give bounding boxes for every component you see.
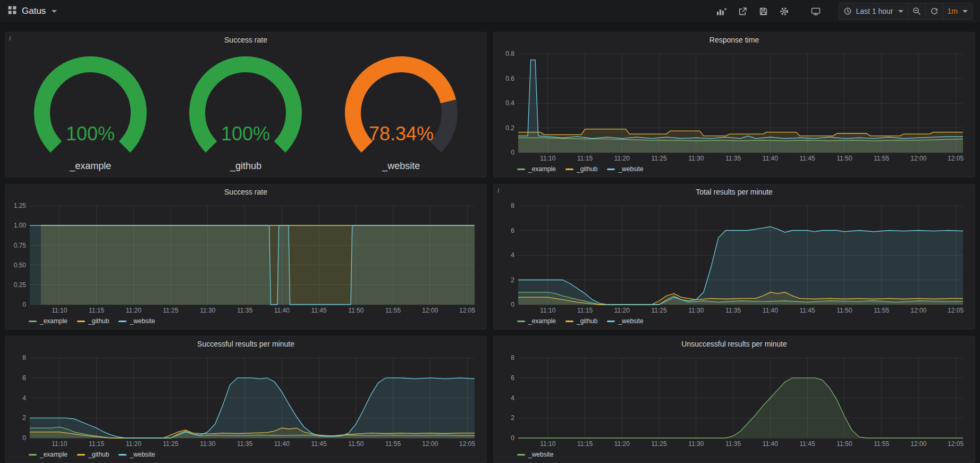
legend-item-_website[interactable]: _website xyxy=(119,451,155,458)
svg-text:0: 0 xyxy=(22,301,26,308)
legend-label: _website xyxy=(618,165,643,173)
save-icon xyxy=(759,7,768,16)
panel-response-time: Response time 00.20.40.60.811:1011:1511:… xyxy=(493,32,975,178)
svg-text:6: 6 xyxy=(511,227,514,234)
legend-swatch-icon xyxy=(565,321,573,322)
legend-item-_website[interactable]: _website xyxy=(607,317,643,325)
svg-text:11:55: 11:55 xyxy=(874,307,889,314)
legend-item-_example[interactable]: _example xyxy=(517,165,556,173)
svg-text:12:00: 12:00 xyxy=(422,307,438,314)
svg-text:0.4: 0.4 xyxy=(505,99,514,107)
legend-item-_example[interactable]: _example xyxy=(517,317,556,325)
refresh-interval-label: 1m xyxy=(948,7,958,15)
add-panel-button[interactable] xyxy=(712,3,731,19)
svg-text:12:05: 12:05 xyxy=(948,155,964,162)
response-time-chart[interactable]: 00.20.40.60.811:1011:1511:2011:2511:3011… xyxy=(497,48,970,163)
svg-text:11:35: 11:35 xyxy=(237,440,252,448)
legend-item-_example[interactable]: _example xyxy=(29,317,67,325)
svg-text:12:05: 12:05 xyxy=(948,307,964,314)
successful-results-chart[interactable]: 0246811:1011:1511:2011:2511:3011:3511:40… xyxy=(9,352,482,449)
svg-text:11:40: 11:40 xyxy=(763,440,778,448)
monitor-icon xyxy=(811,7,821,16)
svg-text:11:25: 11:25 xyxy=(651,440,666,448)
svg-text:0.2: 0.2 xyxy=(505,124,514,132)
settings-button[interactable] xyxy=(775,3,793,19)
svg-text:12:00: 12:00 xyxy=(422,440,438,448)
refresh-interval-dropdown[interactable]: 1m xyxy=(943,3,972,19)
chart-legend: _website xyxy=(497,449,970,460)
panel-total-results: i Total results per minute 0246811:1011:… xyxy=(493,184,975,330)
share-icon xyxy=(738,7,747,16)
legend-label: _website xyxy=(618,317,643,325)
legend-item-_github[interactable]: _github xyxy=(565,317,597,325)
refresh-button[interactable] xyxy=(925,3,943,19)
zoom-out-button[interactable] xyxy=(908,3,925,19)
svg-text:0: 0 xyxy=(511,434,514,442)
legend-label: _github xyxy=(577,317,597,325)
legend-label: _github xyxy=(577,165,597,173)
panel-title[interactable]: Successful results per minute xyxy=(5,336,486,351)
legend-swatch-icon xyxy=(77,321,85,322)
success-rate-chart[interactable]: 00.250.500.751.001.2511:1011:1511:2011:2… xyxy=(9,200,482,315)
svg-text:4: 4 xyxy=(511,394,514,402)
svg-text:11:45: 11:45 xyxy=(311,440,326,448)
legend-label: _example xyxy=(40,317,67,325)
svg-text:11:15: 11:15 xyxy=(577,440,593,448)
dashboard-title[interactable]: Gatus xyxy=(22,6,46,16)
legend-item-_github[interactable]: _github xyxy=(77,317,109,325)
svg-text:0.25: 0.25 xyxy=(14,281,27,289)
cycle-view-button[interactable] xyxy=(807,3,825,19)
legend-item-_github[interactable]: _github xyxy=(77,451,109,458)
panel-title[interactable]: Success rate xyxy=(5,184,486,199)
save-button[interactable] xyxy=(755,3,772,19)
svg-text:12:00: 12:00 xyxy=(910,307,926,314)
svg-text:8: 8 xyxy=(511,354,514,361)
svg-text:4: 4 xyxy=(511,251,514,259)
svg-text:2: 2 xyxy=(511,414,514,422)
gauge-label: _github xyxy=(230,161,261,172)
svg-text:11:55: 11:55 xyxy=(385,440,401,448)
total-results-chart[interactable]: 0246811:1011:1511:2011:2511:3011:3511:40… xyxy=(497,200,970,315)
panel-title[interactable]: Response time xyxy=(494,32,975,47)
svg-text:11:25: 11:25 xyxy=(651,307,666,314)
svg-text:11:10: 11:10 xyxy=(540,440,555,448)
legend-swatch-icon xyxy=(29,321,37,322)
legend-label: _example xyxy=(528,317,556,325)
legend-item-_website[interactable]: _website xyxy=(517,451,553,458)
svg-text:11:25: 11:25 xyxy=(651,155,666,162)
time-range-picker-button[interactable]: Last 1 hour xyxy=(839,3,907,19)
dashboard-dropdown-caret-icon[interactable] xyxy=(52,10,57,13)
legend-swatch-icon xyxy=(517,169,525,170)
svg-text:11:50: 11:50 xyxy=(837,155,852,162)
svg-text:11:25: 11:25 xyxy=(163,307,178,314)
svg-text:11:35: 11:35 xyxy=(725,307,741,314)
legend-item-_github[interactable]: _github xyxy=(565,165,597,173)
gauge-_website: 78.34%_website xyxy=(333,53,469,172)
gauge-value: 100% xyxy=(66,123,115,145)
svg-text:8: 8 xyxy=(22,354,26,361)
dashboards-grid-icon[interactable] xyxy=(7,5,17,17)
svg-text:11:10: 11:10 xyxy=(540,155,555,162)
gauge-value: 100% xyxy=(221,123,270,145)
panel-info-icon[interactable]: i xyxy=(9,34,11,43)
chart-legend: _example_github_website xyxy=(9,315,482,327)
panel-title[interactable]: Unsuccessful results per minute xyxy=(494,336,975,351)
panel-title[interactable]: Total results per minute xyxy=(494,184,975,199)
svg-text:12:05: 12:05 xyxy=(459,440,475,448)
panel-info-icon[interactable]: i xyxy=(497,186,500,195)
svg-text:6: 6 xyxy=(22,374,26,382)
legend-label: _website xyxy=(130,451,155,458)
time-range-label: Last 1 hour xyxy=(856,7,893,15)
time-range-caret-icon xyxy=(898,10,903,13)
legend-item-_example[interactable]: _example xyxy=(29,451,67,458)
unsuccessful-results-chart[interactable]: 0246811:1011:1511:2011:2511:3011:3511:40… xyxy=(497,352,970,449)
legend-item-_website[interactable]: _website xyxy=(607,165,643,173)
panel-title[interactable]: Success rate xyxy=(5,32,486,47)
legend-label: _github xyxy=(88,451,109,458)
svg-text:0: 0 xyxy=(511,149,514,156)
share-button[interactable] xyxy=(734,3,751,19)
svg-text:11:10: 11:10 xyxy=(540,307,555,314)
legend-label: _github xyxy=(88,317,109,325)
legend-label: _website xyxy=(130,317,155,325)
legend-item-_website[interactable]: _website xyxy=(119,317,155,325)
